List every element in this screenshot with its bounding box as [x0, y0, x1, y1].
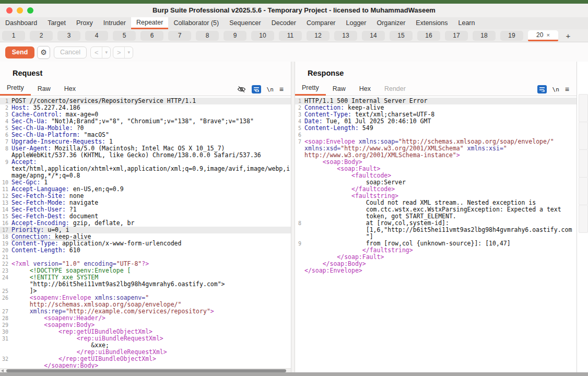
main-tab-intruder[interactable]: Intruder — [98, 17, 131, 29]
next-arrow[interactable]: > — [113, 47, 124, 58]
inspector-section-4[interactable] — [579, 177, 588, 205]
close-icon[interactable]: × — [546, 32, 549, 38]
line-number — [295, 145, 304, 152]
bottom-strip — [0, 372, 588, 376]
view-tab-raw[interactable]: Raw — [326, 83, 352, 96]
line-number: 8 — [295, 220, 304, 227]
repeater-tab-label: 20 — [536, 31, 543, 39]
repeater-tab-5[interactable]: 5 — [113, 31, 136, 41]
line-number — [0, 281, 11, 288]
cancel-button[interactable]: Cancel — [54, 46, 87, 58]
response-editor[interactable]: 1HTTP/1.1 500 Internal Server Error2Conn… — [295, 96, 577, 372]
line-number — [295, 172, 304, 179]
line-number — [295, 247, 304, 254]
line-number — [295, 227, 304, 233]
repeater-tab-4[interactable]: 4 — [85, 31, 108, 41]
line-number: 4 — [0, 118, 11, 125]
line-number: 13 — [0, 199, 11, 206]
line-number: 1 — [0, 98, 11, 104]
line-number: 18 — [0, 233, 11, 240]
main-tab-bar: DashboardTargetProxyIntruderRepeaterColl… — [0, 17, 588, 30]
chevron-down-icon[interactable]: ▾ — [124, 47, 133, 58]
repeater-tab-12[interactable]: 12 — [307, 31, 330, 41]
main-tab-logger[interactable]: Logger — [341, 17, 372, 29]
view-tab-raw[interactable]: Raw — [31, 83, 57, 96]
main-tab-decoder[interactable]: Decoder — [266, 17, 301, 29]
line-number: 27 — [0, 308, 11, 315]
request-editor[interactable]: 1POST //concerto/services/RepositoryServ… — [0, 96, 291, 368]
inspector-section-5[interactable] — [579, 205, 588, 233]
hide-eye-icon[interactable] — [237, 86, 246, 93]
line-number — [295, 199, 304, 206]
line-number: 14 — [0, 206, 11, 213]
repeater-tab-20[interactable]: 20× — [528, 30, 558, 41]
repeater-tab-7[interactable]: 7 — [168, 31, 191, 41]
view-tab-render[interactable]: Render — [378, 83, 413, 96]
repeater-tab-17[interactable]: 17 — [445, 31, 468, 41]
repeater-tab-3[interactable]: 3 — [57, 31, 80, 41]
code-row: </soap:Envelope> — [295, 267, 577, 274]
line-number: 9 — [0, 159, 11, 166]
view-tab-pretty[interactable]: Pretty — [295, 83, 326, 96]
pane-divider[interactable] — [291, 62, 295, 372]
repeater-tab-18[interactable]: 18 — [473, 31, 496, 41]
line-number: 15 — [0, 213, 11, 220]
editor-menu-icon[interactable]: ≡ — [279, 85, 284, 93]
line-number: 31 — [0, 335, 11, 342]
next-response-button[interactable]: > ▾ — [113, 46, 133, 58]
inspector-collapsed-strip[interactable] — [577, 62, 588, 372]
request-header-icons: \n ≡ — [237, 85, 284, 93]
repeater-tab-19[interactable]: 19 — [500, 31, 523, 41]
line-number: 6 — [0, 132, 11, 138]
main-tab-extensions[interactable]: Extensions — [410, 17, 453, 29]
request-view-tabs: PrettyRawHex — [0, 83, 291, 96]
main-tab-dashboard[interactable]: Dashboard — [0, 17, 42, 29]
inspector-section-3[interactable] — [579, 149, 588, 178]
main-tab-collaborator-5-[interactable]: Collaborator (5) — [168, 17, 224, 29]
repeater-tab-1[interactable]: 1 — [2, 31, 25, 41]
repeater-tab-15[interactable]: 15 — [390, 31, 413, 41]
main-tab-learn[interactable]: Learn — [453, 17, 480, 29]
response-title: Response — [308, 69, 344, 77]
chevron-down-icon[interactable]: ▾ — [102, 47, 110, 58]
repeater-tab-2[interactable]: 2 — [30, 31, 53, 41]
repeater-tab-14[interactable]: 14 — [362, 31, 385, 41]
line-number — [295, 254, 304, 261]
main-tab-proxy[interactable]: Proxy — [71, 17, 98, 29]
view-tab-hex[interactable]: Hex — [352, 83, 378, 96]
newline-toggle-icon[interactable]: \n — [552, 86, 559, 93]
request-horizontal-scrollbar[interactable] — [0, 368, 291, 372]
line-number: 2 — [295, 104, 304, 111]
prev-response-button[interactable]: < ▾ — [90, 46, 111, 58]
code-row: "http://b6it5hei11vmt9as2lbg98h4gvmrahy6… — [0, 281, 291, 288]
inspector-section-2[interactable] — [579, 122, 588, 150]
editor-menu-icon[interactable]: ≡ — [565, 85, 569, 93]
add-tab-button[interactable]: + — [563, 31, 573, 41]
request-pane-header: Request PrettyRawHex — [0, 62, 291, 96]
newline-toggle-icon[interactable]: \n — [267, 86, 274, 93]
view-tab-hex[interactable]: Hex — [57, 83, 83, 96]
word-wrap-icon[interactable] — [252, 85, 261, 93]
word-wrap-icon[interactable] — [537, 85, 547, 93]
main-tab-target[interactable]: Target — [42, 17, 71, 29]
repeater-tab-10[interactable]: 10 — [251, 31, 274, 41]
main-tab-sequencer[interactable]: Sequencer — [224, 17, 266, 29]
line-number: 8 — [0, 145, 11, 152]
repeater-tab-9[interactable]: 9 — [224, 31, 246, 41]
repeater-tab-8[interactable]: 8 — [196, 31, 219, 41]
prev-arrow[interactable]: < — [91, 47, 102, 58]
repeater-tab-bar: 1234567891011121314151617181920×+ — [0, 29, 588, 42]
gear-icon[interactable]: ⚙ — [37, 46, 50, 59]
repeater-tab-6[interactable]: 6 — [140, 31, 163, 41]
repeater-tab-11[interactable]: 11 — [279, 31, 302, 41]
main-tab-comparer[interactable]: Comparer — [301, 17, 341, 29]
main-tab-repeater[interactable]: Repeater — [131, 17, 168, 29]
inspector-section-1[interactable] — [579, 94, 588, 122]
main-tab-organizer[interactable]: Organizer — [371, 17, 410, 29]
view-tab-pretty[interactable]: Pretty — [0, 83, 31, 96]
repeater-tab-13[interactable]: 13 — [334, 31, 357, 41]
repeater-tab-16[interactable]: 16 — [417, 31, 440, 41]
line-number: 7 — [0, 138, 11, 145]
line-number — [0, 301, 11, 308]
send-button[interactable]: Send — [5, 46, 34, 58]
